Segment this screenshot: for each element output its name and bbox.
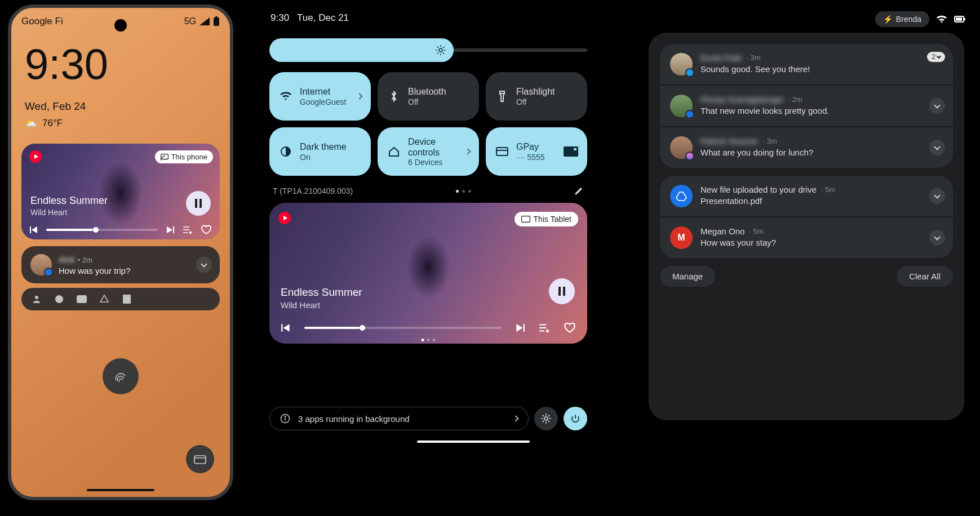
notification-message: That new movie looks pretty good. <box>700 106 943 115</box>
tile-sublabel: 6 Devices <box>408 158 469 167</box>
svg-rect-28 <box>564 146 578 157</box>
power-icon <box>570 413 580 424</box>
media-artist: Wild Heart <box>30 208 67 217</box>
expand-button[interactable] <box>929 140 945 155</box>
notification-item[interactable]: Florian Koenigsberger· 2mThat new movie … <box>660 86 953 127</box>
tile-sublabel: Off <box>516 97 555 106</box>
background-apps-pill[interactable]: 3 apps running in background <box>269 407 529 430</box>
gmail-icon: M <box>670 226 693 249</box>
phone-mockup: Google Fi 5G 9:30 Wed, Feb 24 ⛅ 76°F Thi… <box>8 5 233 500</box>
notification-time: • 2m <box>78 256 92 264</box>
media-progress-slider[interactable] <box>46 229 158 231</box>
heart-icon[interactable] <box>201 225 212 235</box>
svg-rect-4 <box>173 226 174 233</box>
wallet-button[interactable] <box>186 445 214 473</box>
qs-tile-flashlight[interactable]: FlashlightOff <box>486 72 587 121</box>
media-card-phone[interactable]: This phone Endless Summer Wild Heart <box>21 144 220 239</box>
qs-tile-bluetooth[interactable]: BluetoothOff <box>378 72 479 121</box>
svg-rect-30 <box>521 216 530 223</box>
power-button[interactable] <box>564 407 587 430</box>
svg-rect-3 <box>30 226 31 233</box>
notification-avatar <box>670 95 693 117</box>
card-graphic-icon <box>564 146 578 157</box>
notification-message: Presentation.pdf <box>700 196 943 206</box>
next-track-icon[interactable] <box>515 323 525 333</box>
qs-tile-device-controls[interactable]: Device controls6 Devices <box>378 127 479 176</box>
battery-icon <box>213 16 220 26</box>
notification-sender: Florian Koenigsberger <box>700 95 784 104</box>
chevron-right-icon <box>356 93 362 99</box>
home-indicator-tablet[interactable] <box>417 441 530 443</box>
lock-weather: ⛅ 76°F <box>11 113 230 129</box>
qs-tile-gpay[interactable]: GPay···· 5555 <box>486 127 587 176</box>
bluetooth-icon <box>388 90 400 103</box>
qs-tile-dark-theme[interactable]: Dark themeOn <box>269 127 371 176</box>
notification-item[interactable]: Eunie Park· 3mSounds good. See you there… <box>660 44 953 86</box>
edit-tiles-button[interactable] <box>574 186 584 196</box>
tile-sublabel: On <box>300 153 347 162</box>
svg-rect-13 <box>123 295 131 304</box>
build-label: T (TP1A.2100409.003) <box>273 186 353 195</box>
svg-point-41 <box>544 417 548 420</box>
svg-point-11 <box>55 295 63 303</box>
brightness-slider[interactable] <box>269 48 587 52</box>
cast-output-pill[interactable]: This Tablet <box>515 212 578 226</box>
qs-tile-internet[interactable]: InternetGoogleGuest <box>269 72 371 121</box>
media-card-tablet[interactable]: This Tablet Endless Summer Wild Heart <box>269 203 587 344</box>
app-badge-icon <box>685 152 694 161</box>
notification-time: · 3m <box>763 137 777 145</box>
tile-sublabel: ···· 5555 <box>516 153 545 162</box>
notification-message: How was your stay? <box>700 238 943 247</box>
notification-item[interactable]: MMegan Ono· 5mHow was your stay? <box>660 217 953 258</box>
notification-count-pill[interactable]: 2 <box>927 52 945 62</box>
cast-output-label: This phone <box>171 153 207 161</box>
tile-sublabel: GoogleGuest <box>300 97 347 106</box>
lock-date: Wed, Feb 24 <box>11 86 230 113</box>
manage-notifications-button[interactable]: Manage <box>660 266 715 287</box>
queue-add-icon[interactable] <box>183 225 193 234</box>
notification-time: · 5m <box>821 185 835 194</box>
expand-button[interactable] <box>929 230 945 246</box>
notification-title: New file uploaded to your drive <box>700 185 817 194</box>
cast-output-pill[interactable]: This phone <box>155 150 213 163</box>
expand-button[interactable] <box>929 188 945 204</box>
messages-badge-icon <box>44 268 53 277</box>
notification-item[interactable]: Patrick Hosmer· 3mWhat are you doing for… <box>660 127 953 168</box>
svg-point-10 <box>35 296 38 299</box>
pause-button[interactable] <box>186 191 211 216</box>
user-account-pill[interactable]: ⚡ Brenda <box>875 11 929 27</box>
media-progress-slider[interactable] <box>304 327 502 329</box>
youtube-icon <box>77 294 87 304</box>
svg-rect-2 <box>161 154 168 159</box>
next-track-icon[interactable] <box>166 225 175 234</box>
chevron-down-icon <box>201 261 207 267</box>
home-indicator[interactable] <box>87 489 154 491</box>
drive-icon <box>99 294 109 304</box>
notification-item[interactable]: New file uploaded to your drive· 5mPrese… <box>660 176 953 217</box>
expand-button[interactable] <box>196 257 212 273</box>
previous-track-icon[interactable] <box>29 225 38 234</box>
weather-icon: ⛅ <box>25 117 37 129</box>
facebook-icon <box>54 294 64 304</box>
svg-line-20 <box>437 47 438 48</box>
chevron-right-icon <box>512 415 518 421</box>
expand-button[interactable] <box>929 98 945 114</box>
fingerprint-button[interactable] <box>103 358 139 394</box>
tile-label: Flashlight <box>516 86 555 97</box>
svg-rect-1 <box>215 16 218 18</box>
card-icon <box>496 145 508 158</box>
media-title: Endless Summer <box>281 286 362 299</box>
settings-button[interactable] <box>534 407 558 430</box>
previous-track-icon[interactable] <box>281 323 291 333</box>
notification-icons-row <box>21 288 220 310</box>
heart-icon[interactable] <box>564 322 576 333</box>
phone-notification[interactable]: Alok • 2m How was your trip? <box>21 246 220 283</box>
notification-panel: Eunie Park· 3mSounds good. See you there… <box>649 33 964 420</box>
clear-all-button[interactable]: Clear All <box>897 266 953 287</box>
carrier-label: Google Fi <box>21 16 63 27</box>
youtube-music-icon <box>29 150 42 163</box>
notification-message: What are you doing for lunch? <box>700 148 943 157</box>
pause-button[interactable] <box>549 278 575 304</box>
queue-add-icon[interactable] <box>539 323 550 333</box>
home-icon <box>388 145 400 158</box>
